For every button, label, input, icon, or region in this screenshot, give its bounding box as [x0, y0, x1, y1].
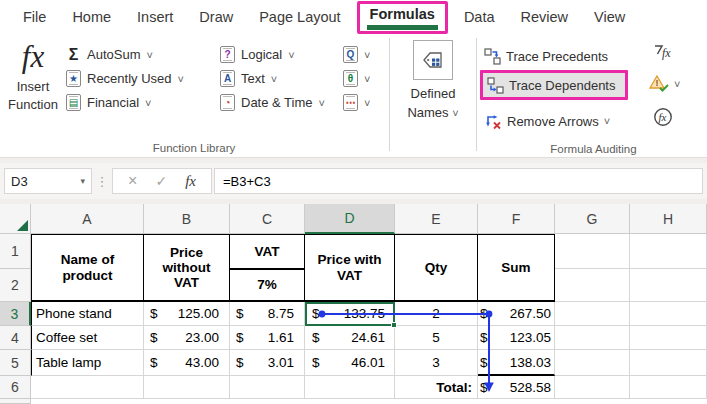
cell-B3[interactable]: $125.00	[144, 302, 230, 326]
cell-C5[interactable]: $3.01	[230, 350, 305, 376]
more-functions-button[interactable]: ⋯ ˅	[343, 92, 370, 113]
row-header-1[interactable]: 1	[0, 234, 31, 269]
cell-E6-total-label[interactable]: Total:	[395, 376, 478, 399]
trace-precedents-button[interactable]: Trace Precedents	[484, 44, 608, 68]
cell-G2[interactable]	[555, 269, 630, 302]
row-header-6[interactable]: 6	[0, 376, 31, 399]
text-button[interactable]: A Text ˅	[220, 68, 325, 89]
cell-H3[interactable]	[630, 302, 707, 326]
fx-icon: fx	[22, 36, 44, 78]
cell-C6[interactable]	[230, 376, 305, 399]
cell-G4[interactable]	[555, 326, 630, 350]
cell-B5[interactable]: $43.00	[144, 350, 230, 376]
cell-A5[interactable]: Table lamp	[31, 350, 144, 376]
cell-H5[interactable]	[630, 350, 707, 376]
tab-formulas[interactable]: Formulas	[357, 1, 448, 34]
error-checking-button[interactable]: ! ˅	[648, 74, 680, 94]
cell-C4[interactable]: $1.61	[230, 326, 305, 350]
math-trig-button[interactable]: θ ˅	[343, 68, 370, 89]
evaluate-formula-button[interactable]: fx	[652, 106, 674, 132]
logical-button[interactable]: ? Logical ˅	[220, 44, 325, 65]
cell-F4[interactable]: $123.05	[478, 326, 555, 350]
text-icon: A	[220, 70, 235, 87]
cell-D1-header[interactable]: Price with VAT	[305, 234, 395, 302]
remove-arrows-button[interactable]: Remove Arrows ˅	[484, 109, 610, 133]
trace-dependents-button[interactable]: Trace Dependents	[480, 70, 628, 100]
column-header-E[interactable]: E	[395, 204, 478, 234]
more-functions-icon: ⋯	[343, 94, 358, 111]
tab-page-layout[interactable]: Page Layout	[246, 6, 353, 28]
column-header-C[interactable]: C	[230, 204, 305, 234]
tab-view[interactable]: View	[581, 6, 638, 28]
name-box-dropdown-icon[interactable]: ▾	[80, 176, 85, 186]
column-header-F[interactable]: F	[478, 204, 555, 234]
cell-C2-header[interactable]: 7%	[230, 269, 305, 302]
cell-E3[interactable]: 2	[395, 302, 478, 326]
cell-D6[interactable]	[305, 376, 395, 399]
formula-input[interactable]: =B3+C3	[214, 168, 703, 194]
row-header-2[interactable]: 2	[0, 269, 31, 302]
tab-file[interactable]: File	[10, 6, 59, 28]
row-header-3[interactable]: 3	[0, 302, 31, 326]
date-time-button[interactable]: ◔ Date & Time ˅	[220, 92, 325, 113]
cell-B1-header[interactable]: Price without VAT	[144, 234, 230, 302]
cell-F3[interactable]: $267.50	[478, 302, 555, 326]
tab-data[interactable]: Data	[451, 6, 508, 28]
insert-function-fx-button[interactable]: fx	[185, 173, 196, 190]
column-header-D[interactable]: D	[305, 204, 395, 234]
cell-A3[interactable]: Phone stand	[31, 302, 144, 326]
recently-used-button[interactable]: ★ Recently Used ˅	[66, 68, 184, 89]
currency-symbol: $	[480, 355, 488, 370]
tab-insert[interactable]: Insert	[124, 6, 186, 28]
column-header-A[interactable]: A	[31, 204, 144, 234]
cell-H4[interactable]	[630, 326, 707, 350]
insert-function-button[interactable]: fx Insert Function	[2, 36, 64, 140]
cell-C1-header[interactable]: VAT	[230, 234, 305, 269]
lookup-reference-button[interactable]: Q ˅	[343, 44, 370, 65]
row-header-4[interactable]: 4	[0, 326, 31, 350]
currency-symbol: $	[312, 330, 320, 345]
cell-G5[interactable]	[555, 350, 630, 376]
financial-button[interactable]: ▤ Financial ˅	[66, 92, 184, 113]
cell-H2[interactable]	[630, 269, 707, 302]
cell-A4[interactable]: Coffee set	[31, 326, 144, 350]
cell-G6[interactable]	[555, 376, 630, 399]
tab-formulas-label: Formulas	[367, 5, 438, 30]
spreadsheet-grid: A B C D E F G H 1 2 3 4 5 6 Name of prod…	[0, 204, 707, 404]
cell-E5[interactable]: 3	[395, 350, 478, 376]
cell-A6[interactable]	[31, 376, 144, 399]
cell-D3-selected[interactable]: $133.75	[305, 302, 395, 326]
cell-D4[interactable]: $24.61	[305, 326, 395, 350]
cell-E1-header[interactable]: Qty	[395, 234, 478, 302]
column-header-G[interactable]: G	[555, 204, 630, 234]
cell-C3[interactable]: $8.75	[230, 302, 305, 326]
show-formulas-button[interactable]: fx	[652, 42, 676, 66]
row-header-5[interactable]: 5	[0, 350, 31, 376]
select-all-button[interactable]	[0, 204, 31, 234]
chevron-down-icon: ˅	[364, 50, 370, 60]
cell-B4[interactable]: $23.00	[144, 326, 230, 350]
defined-names-tag-icon	[421, 48, 445, 72]
enter-button[interactable]: ✓	[155, 173, 167, 189]
formula-auditing-group: Trace Precedents Trace Dependents Remove…	[480, 34, 707, 158]
cell-G3[interactable]	[555, 302, 630, 326]
tab-review[interactable]: Review	[508, 6, 582, 28]
cell-H1[interactable]	[630, 234, 707, 269]
defined-names-button[interactable]: Defined Names ˅	[392, 34, 474, 144]
cell-D5[interactable]: $46.01	[305, 350, 395, 376]
autosum-button[interactable]: Σ AutoSum ˅	[66, 44, 184, 65]
cell-F6-total[interactable]: $528.58	[478, 376, 555, 399]
cell-E4[interactable]: 5	[395, 326, 478, 350]
cell-G1[interactable]	[555, 234, 630, 269]
cancel-button[interactable]: ×	[128, 174, 137, 188]
name-box[interactable]: D3 ▾	[4, 168, 92, 194]
cell-F5[interactable]: $138.03	[478, 350, 555, 376]
cell-B6[interactable]	[144, 376, 230, 399]
cell-A1-header[interactable]: Name of product	[31, 234, 144, 302]
tab-draw[interactable]: Draw	[186, 6, 246, 28]
cell-F1-header[interactable]: Sum	[478, 234, 555, 302]
column-header-H[interactable]: H	[630, 204, 707, 234]
cell-H6[interactable]	[630, 376, 707, 399]
tab-home[interactable]: Home	[59, 6, 124, 28]
column-header-B[interactable]: B	[144, 204, 230, 234]
